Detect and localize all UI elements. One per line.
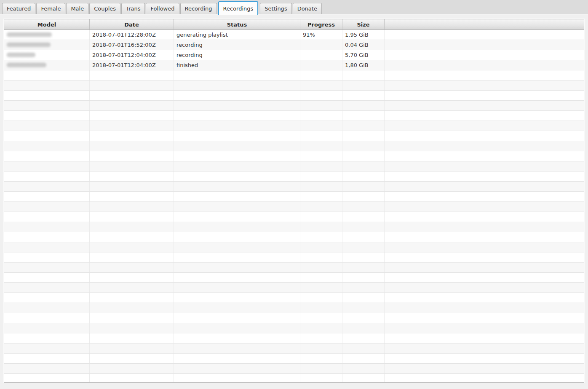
cell-empty (4, 333, 90, 343)
cell-empty (300, 141, 342, 151)
column-header-label: Status (227, 21, 247, 28)
table-body: 2018-07-01T12:28:00Zgenerating playlist9… (4, 30, 584, 382)
cell-empty (90, 70, 174, 80)
column-header-size[interactable]: Size (342, 19, 385, 30)
table-row-empty (4, 202, 584, 212)
cell-empty (174, 293, 300, 303)
cell-empty (300, 232, 342, 242)
cell-empty (90, 222, 174, 232)
cell-empty (174, 141, 300, 151)
cell-empty (90, 182, 174, 191)
cell-empty (90, 354, 174, 363)
cell-empty (342, 323, 385, 333)
tab-donate[interactable]: Donate (293, 3, 322, 14)
table-row-empty (4, 182, 584, 192)
cell-empty (342, 70, 385, 80)
cell-empty (4, 283, 90, 292)
cell-filler (385, 192, 584, 201)
tab-couples[interactable]: Couples (89, 3, 120, 14)
cell-empty (174, 101, 300, 110)
cell-empty (4, 182, 90, 191)
cell-filler (385, 303, 584, 313)
cell-empty (342, 232, 385, 242)
table-row-empty (4, 313, 584, 323)
table-row[interactable]: 2018-07-01T12:04:00Zfinished1,80 GiB (4, 60, 584, 70)
cell-text: finished (176, 62, 198, 68)
cell-date: 2018-07-01T12:28:00Z (90, 30, 174, 40)
cell-empty (174, 242, 300, 252)
column-header-progress[interactable]: Progress (300, 19, 342, 30)
cell-empty (4, 141, 90, 151)
cell-empty (90, 121, 174, 131)
cell-empty (90, 232, 174, 242)
cell-filler (385, 101, 584, 110)
cell-empty (4, 252, 90, 262)
table-row-empty (4, 252, 584, 263)
cell-progress: 91% (300, 30, 342, 40)
table-row-empty (4, 161, 584, 172)
tab-label: Recordings (223, 5, 254, 12)
cell-empty (4, 222, 90, 232)
table-row-empty (4, 131, 584, 141)
cell-empty (4, 101, 90, 110)
cell-text: 1,95 GiB (345, 32, 369, 38)
cell-empty (342, 80, 385, 90)
cell-empty (174, 273, 300, 282)
cell-empty (174, 80, 300, 90)
cell-filler (385, 283, 584, 292)
cell-filler (385, 333, 584, 343)
column-header-date[interactable]: Date (90, 19, 174, 30)
tab-label: Male (71, 5, 84, 12)
cell-empty (174, 121, 300, 131)
cell-filler (385, 172, 584, 181)
cell-empty (174, 333, 300, 343)
table-row[interactable]: 2018-07-01T12:28:00Zgenerating playlist9… (4, 30, 584, 40)
cell-text: 2018-07-01T16:52:00Z (92, 42, 156, 48)
cell-filler (385, 323, 584, 333)
tab-trans[interactable]: Trans (121, 3, 145, 14)
cell-filler (385, 111, 584, 121)
tab-female[interactable]: Female (36, 3, 65, 14)
cell-empty (90, 91, 174, 100)
tab-featured[interactable]: Featured (2, 3, 35, 14)
cell-empty (4, 273, 90, 282)
cell-filler (385, 50, 584, 60)
table-header: ModelDateStatusProgressSize (4, 19, 584, 30)
cell-empty (342, 141, 385, 151)
tab-settings[interactable]: Settings (260, 3, 291, 14)
cell-empty (174, 151, 300, 161)
tab-recording[interactable]: Recording (180, 3, 217, 14)
table-row[interactable]: 2018-07-01T12:04:00Zrecording5,70 GiB (4, 50, 584, 60)
tab-male[interactable]: Male (66, 3, 88, 14)
cell-filler (385, 121, 584, 131)
tab-label: Featured (7, 5, 31, 12)
column-header-status[interactable]: Status (174, 19, 300, 30)
tab-label: Couples (94, 5, 116, 12)
tab-recordings[interactable]: Recordings (218, 1, 259, 15)
cell-size: 5,70 GiB (342, 50, 385, 60)
table-row[interactable]: 2018-07-01T16:52:00Zrecording0,04 GiB (4, 40, 584, 50)
cell-empty (90, 172, 174, 181)
cell-empty (300, 80, 342, 90)
table-row-empty (4, 80, 584, 91)
cell-empty (4, 263, 90, 272)
cell-empty (342, 303, 385, 313)
cell-filler (385, 212, 584, 222)
cell-filler (385, 252, 584, 262)
cell-empty (300, 111, 342, 121)
cell-empty (300, 303, 342, 313)
cell-empty (342, 333, 385, 343)
cell-model (4, 40, 90, 50)
cell-empty (342, 121, 385, 131)
cell-empty (300, 161, 342, 171)
table-row-empty (4, 111, 584, 121)
column-header-model[interactable]: Model (4, 19, 90, 30)
cell-empty (300, 91, 342, 100)
cell-empty (4, 232, 90, 242)
cell-empty (300, 323, 342, 333)
cell-empty (90, 313, 174, 323)
cell-empty (300, 242, 342, 252)
table-row-empty (4, 364, 584, 374)
cell-empty (342, 222, 385, 232)
tab-followed[interactable]: Followed (146, 3, 179, 14)
